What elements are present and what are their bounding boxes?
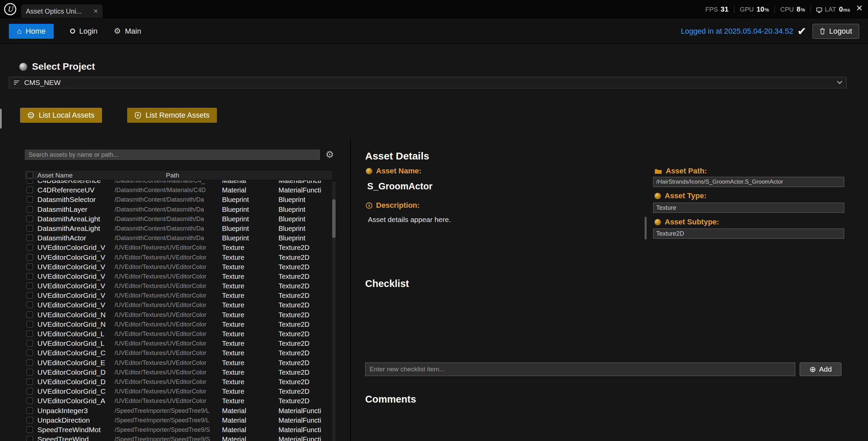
column-header-asset-name[interactable]: Asset Name: [37, 172, 72, 179]
table-row[interactable]: UVEditorColorGrid_V/UVEditor/Textures/UV…: [25, 253, 332, 262]
logged-in-status: Logged in at 2025.05.04-20.34.52: [681, 27, 793, 36]
row-checkbox[interactable]: [27, 407, 33, 414]
row-checkbox[interactable]: [27, 321, 33, 327]
table-row[interactable]: UVEditorColorGrid_N/UVEditor/Textures/UV…: [25, 320, 332, 329]
asset-subtype-input[interactable]: [653, 228, 844, 239]
table-row[interactable]: C4DReferenceUV/DatasmithContent/Material…: [25, 185, 332, 195]
row-checkbox[interactable]: [27, 196, 33, 203]
table-row[interactable]: UVEditorColorGrid_L/UVEditor/Textures/UV…: [25, 329, 332, 339]
tab-home-button[interactable]: ⌂ Home: [9, 24, 54, 39]
cell-subtype: Blueprint: [278, 215, 332, 223]
row-checkbox[interactable]: [27, 436, 33, 441]
cell-type: Blueprint: [222, 234, 276, 242]
row-checkbox[interactable]: [27, 181, 33, 184]
row-checkbox[interactable]: [27, 187, 33, 193]
cell-name: DatasmithAreaLight: [37, 224, 110, 233]
row-checkbox[interactable]: [27, 254, 33, 260]
tab-login-button[interactable]: Login: [70, 27, 98, 36]
table-row[interactable]: DatasmithSelector/DatasmithContent/Datas…: [25, 195, 332, 204]
tab-close-icon[interactable]: ×: [93, 7, 98, 15]
table-row[interactable]: UnpackDirection/SpeedTreeImporter/SpeedT…: [25, 415, 332, 425]
asset-list-scrollbar-thumb[interactable]: [332, 199, 336, 238]
list-remote-label: List Remote Assets: [146, 111, 209, 120]
row-checkbox[interactable]: [27, 283, 33, 289]
gpu-value: 10%: [756, 5, 769, 13]
table-row[interactable]: DatasmithLayer/DatasmithContent/Datasmit…: [25, 205, 332, 214]
row-checkbox[interactable]: [27, 330, 33, 337]
row-checkbox[interactable]: [27, 206, 33, 213]
fps-value: 31: [720, 5, 728, 13]
latency-label: LAT: [825, 6, 836, 13]
table-row[interactable]: UVEditorColorGrid_D/UVEditor/Textures/UV…: [25, 368, 332, 377]
list-remote-assets-button[interactable]: List Remote Assets: [127, 108, 217, 123]
table-row[interactable]: UnpackInteger3/SpeedTreeImporter/SpeedTr…: [25, 406, 332, 415]
checklist-input[interactable]: [365, 362, 795, 376]
asset-name-label: Asset Name:: [376, 167, 421, 175]
cell-name: DatasmithSelector: [37, 196, 110, 204]
table-row[interactable]: UVEditorColorGrid_N/UVEditor/Textures/UV…: [25, 310, 332, 320]
gear-icon: ⚙: [114, 27, 121, 35]
table-row[interactable]: UVEditorColorGrid_C/UVEditor/Textures/UV…: [25, 348, 332, 358]
cell-subtype: Texture2D: [278, 359, 332, 367]
table-row[interactable]: UVEditorColorGrid_D/UVEditor/Textures/UV…: [25, 377, 332, 387]
asset-type-input[interactable]: [653, 203, 844, 213]
asset-list-scrollbar[interactable]: [332, 181, 336, 441]
table-row[interactable]: DatasmithAreaLight/DatasmithContent/Data…: [25, 224, 332, 233]
row-checkbox[interactable]: [27, 369, 33, 375]
table-row[interactable]: UVEditorColorGrid_C/UVEditor/Textures/UV…: [25, 387, 332, 396]
plugin-tab[interactable]: Asset Optics Uni... ×: [21, 4, 103, 18]
add-checklist-button[interactable]: ⊕ Add: [800, 362, 841, 376]
table-row[interactable]: UVEditorColorGrid_V/UVEditor/Textures/UV…: [25, 291, 332, 300]
table-row[interactable]: UVEditorColorGrid_V/UVEditor/Textures/UV…: [25, 300, 332, 310]
table-row[interactable]: SpeedTreeWind/SpeedTreeImporter/SpeedTre…: [25, 435, 332, 441]
row-checkbox[interactable]: [27, 359, 33, 366]
row-checkbox[interactable]: [27, 311, 33, 318]
table-row[interactable]: C4DBaseReference/DatasmithContent/Materi…: [25, 181, 332, 185]
asset-type-label-row: Asset Type:: [654, 191, 707, 200]
row-checkbox[interactable]: [27, 302, 33, 308]
search-settings-gear-icon[interactable]: ⚙: [325, 150, 334, 159]
table-row[interactable]: DatasmithActor/DatasmithContent/Datasmit…: [25, 233, 332, 243]
table-row[interactable]: UVEditorColorGrid_V/UVEditor/Textures/UV…: [25, 281, 332, 291]
table-row[interactable]: UVEditorColorGrid_A/UVEditor/Textures/UV…: [25, 396, 332, 406]
row-checkbox[interactable]: [27, 216, 33, 222]
row-checkbox[interactable]: [27, 292, 33, 299]
description-scrollbar-thumb[interactable]: [645, 217, 647, 239]
table-row[interactable]: UVEditorColorGrid_V/UVEditor/Textures/UV…: [25, 262, 332, 272]
row-checkbox[interactable]: [27, 340, 33, 346]
table-row[interactable]: UVEditorColorGrid_E/UVEditor/Textures/UV…: [25, 358, 332, 368]
window-left-scrollbar-thumb[interactable]: [0, 109, 2, 129]
search-input[interactable]: [25, 150, 320, 160]
row-checkbox[interactable]: [27, 378, 33, 385]
asset-search-row: ⚙: [25, 150, 334, 160]
column-header-path[interactable]: Path: [166, 172, 179, 179]
row-checkbox[interactable]: [27, 264, 33, 270]
table-row[interactable]: UVEditorColorGrid_V/UVEditor/Textures/UV…: [25, 272, 332, 281]
window-close-icon[interactable]: ×: [856, 2, 863, 13]
row-checkbox[interactable]: [27, 397, 33, 404]
asset-path-input[interactable]: [653, 177, 844, 187]
row-checkbox[interactable]: [27, 225, 33, 232]
table-row[interactable]: SpeedTreeWindMot/SpeedTreeImporter/Speed…: [25, 425, 332, 435]
row-checkbox[interactable]: [27, 244, 33, 251]
cell-name: UVEditorColorGrid_D: [37, 378, 110, 386]
row-checkbox[interactable]: [27, 426, 33, 433]
table-row[interactable]: UVEditorColorGrid_L/UVEditor/Textures/UV…: [25, 339, 332, 348]
cell-subtype: Blueprint: [278, 234, 332, 242]
select-all-checkbox[interactable]: [27, 172, 33, 178]
cell-path: /DatasmithContent/Datasmith/Da: [115, 216, 218, 223]
project-select-dropdown[interactable]: CMS_NEW: [9, 77, 847, 88]
row-checkbox[interactable]: [27, 388, 33, 394]
table-row[interactable]: DatasmithAreaLight/DatasmithContent/Data…: [25, 214, 332, 224]
logout-button[interactable]: Logout: [813, 24, 859, 39]
project-selected-value: CMS_NEW: [24, 79, 61, 87]
row-checkbox[interactable]: [27, 417, 33, 423]
cell-name: UVEditorColorGrid_V: [37, 253, 110, 261]
table-row[interactable]: UVEditorColorGrid_V/UVEditor/Textures/UV…: [25, 243, 332, 252]
tab-main-button[interactable]: ⚙ Main: [114, 27, 141, 36]
row-checkbox[interactable]: [27, 235, 33, 241]
cell-path: /UVEditor/Textures/UVEditorColor: [115, 244, 218, 251]
list-local-assets-button[interactable]: List Local Assets: [20, 108, 102, 123]
row-checkbox[interactable]: [27, 350, 33, 356]
row-checkbox[interactable]: [27, 273, 33, 279]
